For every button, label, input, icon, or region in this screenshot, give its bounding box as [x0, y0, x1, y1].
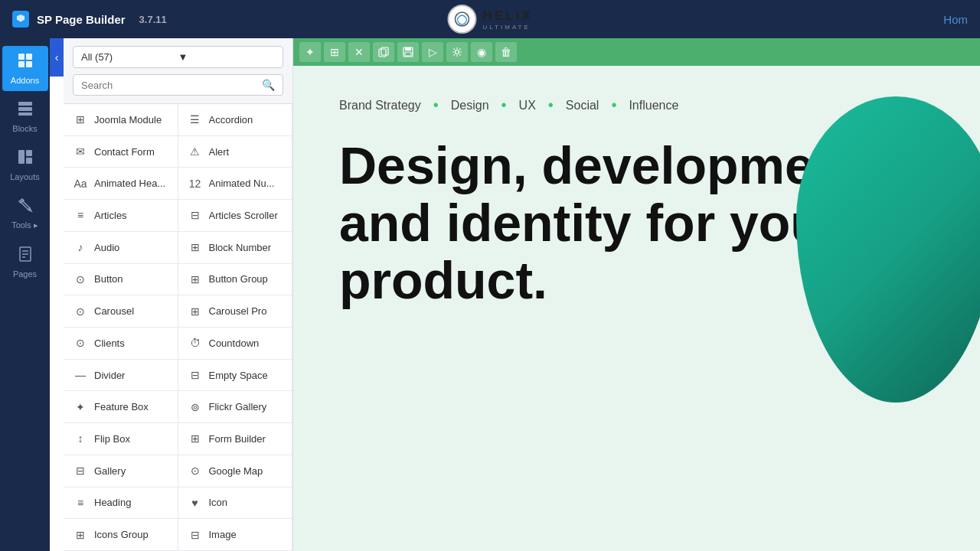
button-name: Button	[94, 273, 123, 285]
articles-name: Articles	[94, 210, 127, 221]
collapse-panel-button[interactable]: ‹	[50, 38, 64, 77]
app-name: SP Page Builder	[37, 13, 126, 26]
sidebar-item-addons[interactable]: Addons	[2, 46, 48, 91]
toolbar-columns-btn[interactable]: ⊞	[324, 42, 345, 62]
addon-item-empty-space[interactable]: ⊟Empty Space	[178, 360, 293, 392]
icons-group-icon: ⊞	[73, 527, 88, 543]
search-icon[interactable]: 🔍	[262, 79, 275, 91]
search-row: 🔍	[73, 74, 283, 96]
toolbar-settings-btn[interactable]	[446, 42, 468, 62]
toolbar-clone-btn[interactable]	[373, 42, 394, 62]
category-dropdown[interactable]: All (57) ▼	[73, 46, 283, 68]
audio-name: Audio	[94, 242, 119, 253]
addon-item-animated-heading[interactable]: AaAnimated Hea...	[64, 168, 178, 200]
brand-tag-2: UX	[519, 99, 536, 112]
addon-item-button[interactable]: ⊙Button	[64, 264, 178, 296]
addon-item-form-builder[interactable]: ⊞Form Builder	[178, 423, 293, 455]
row-toolbar: ✦ ⊞ ✕ ▷ ◉ 🗑	[293, 38, 980, 66]
addon-item-contact-form[interactable]: ✉Contact Form	[64, 136, 178, 168]
sidebar-item-blocks[interactable]: Blocks	[2, 94, 48, 139]
brand-tag-0: Brand Strategy	[339, 99, 421, 112]
helix-emblem	[447, 5, 476, 34]
toolbar-delete-btn[interactable]: ✕	[348, 42, 370, 62]
toolbar-forward-btn[interactable]: ▷	[422, 42, 443, 62]
layouts-label: Layouts	[10, 172, 40, 181]
divider-name: Divider	[94, 370, 125, 381]
flip-box-icon: ↕	[73, 431, 88, 446]
svg-rect-9	[26, 150, 32, 156]
addon-item-icons-group[interactable]: ⊞Icons Group	[64, 519, 178, 551]
addon-item-countdown[interactable]: ⏱Countdown	[178, 328, 293, 360]
svg-rect-1	[18, 54, 24, 60]
form-builder-icon: ⊞	[188, 431, 203, 446]
empty-space-name: Empty Space	[209, 370, 268, 381]
addon-item-carousel[interactable]: ⊙Carousel	[64, 295, 178, 328]
joomla-module-name: Joomla Module	[94, 114, 162, 126]
toolbar-save-btn[interactable]	[397, 42, 419, 62]
feature-box-name: Feature Box	[94, 401, 149, 412]
gallery-name: Gallery	[94, 465, 126, 477]
accordion-icon: ☰	[188, 112, 203, 127]
category-dropdown-label: All (57)	[81, 51, 178, 63]
toolbar-move-btn[interactable]: ✦	[299, 42, 321, 62]
sidebar-item-tools[interactable]: Tools ▸	[2, 191, 48, 236]
addon-item-audio[interactable]: ♪Audio	[64, 232, 178, 264]
animated-heading-name: Animated Hea...	[94, 178, 165, 189]
form-builder-name: Form Builder	[209, 433, 266, 445]
accordion-name: Accordion	[209, 114, 253, 126]
svg-rect-18	[405, 47, 411, 51]
button-icon: ⊙	[73, 272, 88, 287]
addons-panel: All (57) ▼ 🔍 ⊞Joomla Module☰Accordion✉Co…	[64, 38, 293, 551]
image-icon: ⊟	[188, 527, 203, 543]
addon-item-carousel-pro[interactable]: ⊞Carousel Pro	[178, 295, 293, 328]
addon-item-alert[interactable]: ⚠Alert	[178, 136, 293, 168]
carousel-pro-icon: ⊞	[188, 304, 203, 319]
addon-item-feature-box[interactable]: ✦Feature Box	[64, 391, 178, 423]
blocks-label: Blocks	[12, 124, 37, 133]
sidebar-item-pages[interactable]: Pages	[2, 240, 48, 285]
gallery-icon: ⊟	[73, 463, 88, 478]
nav-link[interactable]: Hom	[943, 13, 968, 26]
addon-item-button-group[interactable]: ⊞Button Group	[178, 264, 293, 296]
clients-icon: ⊙	[73, 335, 88, 350]
contact-form-name: Contact Form	[94, 146, 155, 158]
addon-grid: ⊞Joomla Module☰Accordion✉Contact Form⚠Al…	[64, 104, 292, 551]
addon-item-flip-box[interactable]: ↕Flip Box	[64, 423, 178, 455]
svg-rect-6	[18, 107, 32, 111]
addon-item-heading[interactable]: ≡Heading	[64, 487, 178, 520]
addons-label: Addons	[11, 76, 39, 85]
blocks-icon	[17, 100, 34, 121]
sidebar-item-layouts[interactable]: Layouts	[2, 142, 48, 187]
svg-rect-4	[26, 61, 32, 67]
brand-tag-1: Design	[451, 99, 489, 112]
addon-item-divider[interactable]: —Divider	[64, 360, 178, 392]
addon-item-articles[interactable]: ≡Articles	[64, 200, 178, 232]
empty-space-icon: ⊟	[188, 367, 203, 383]
block-number-icon: ⊞	[188, 240, 203, 255]
addon-item-flickr-gallery[interactable]: ⊚Flickr Gallery	[178, 391, 293, 423]
brand-tag-4: Influence	[629, 99, 678, 112]
addon-item-articles-scroller[interactable]: ⊟Articles Scroller	[178, 200, 293, 232]
block-number-name: Block Number	[209, 242, 272, 253]
icon-icon: ♥	[188, 495, 203, 510]
addon-item-accordion[interactable]: ☰Accordion	[178, 104, 293, 136]
dot-0: •	[433, 96, 439, 114]
carousel-icon: ⊙	[73, 304, 88, 319]
addon-item-clients[interactable]: ⊙Clients	[64, 328, 178, 360]
top-bar: SP Page Builder 3.7.11 HELIX ULTIMATE Ho…	[0, 0, 980, 38]
addon-item-image[interactable]: ⊟Image	[178, 519, 293, 551]
addon-item-joomla-module[interactable]: ⊞Joomla Module	[64, 104, 178, 136]
addon-item-google-map[interactable]: ⊙Google Map	[178, 455, 293, 487]
addon-item-animated-number[interactable]: 12Animated Nu...	[178, 168, 293, 200]
addon-item-gallery[interactable]: ⊟Gallery	[64, 455, 178, 487]
toolbar-tag-btn[interactable]: ◉	[471, 42, 492, 62]
google-map-name: Google Map	[209, 465, 263, 477]
icon-name: Icon	[209, 497, 228, 508]
left-sidebar: Addons Blocks Layouts	[0, 38, 50, 551]
addon-item-icon[interactable]: ♥Icon	[178, 487, 293, 520]
search-input[interactable]	[81, 80, 262, 91]
countdown-name: Countdown	[209, 337, 260, 349]
toolbar-trash-btn[interactable]: 🗑	[495, 42, 517, 62]
addon-item-block-number[interactable]: ⊞Block Number	[178, 232, 293, 264]
canvas-content: Brand Strategy • Design • UX • Social • …	[293, 66, 980, 551]
